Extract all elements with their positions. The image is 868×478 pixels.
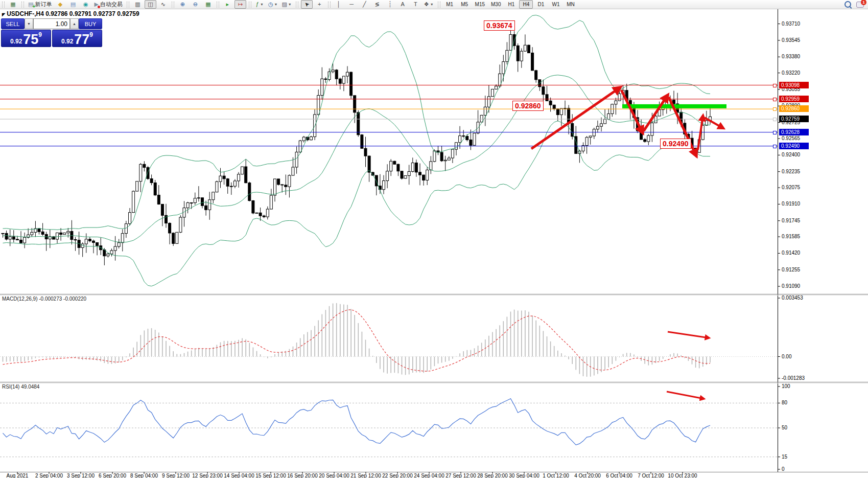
cursor-icon: ➤ (303, 1, 310, 8)
arrows-icon: ❖ (424, 2, 429, 7)
price-axis-tick: 0.91420 (782, 250, 800, 256)
price-annotation[interactable]: 0.92490 (660, 139, 691, 149)
chevron-down-icon: ▼ (260, 3, 264, 6)
price-axis-tick: 0.91745 (782, 218, 800, 223)
macd-indicator-label: MACD(12,26,9) -0.000273 -0.000220 (2, 296, 86, 302)
zoom-in-button[interactable]: ⊕ (177, 0, 189, 9)
new-order-button[interactable]: ▤新订单 (27, 0, 53, 9)
trend-arrow (644, 95, 668, 131)
price-annotation[interactable]: 0.93674 (484, 20, 515, 31)
sell-price-display[interactable]: 0.92759 (1, 30, 51, 47)
bar-chart-button[interactable]: ▥ (132, 0, 144, 9)
time-axis-label: 10 Oct 23:00 (660, 473, 706, 478)
macd-axis-tick: 0.003453 (782, 295, 803, 301)
price-axis-tick: 0.92565 (782, 135, 800, 141)
rsi-indicator-label: RSI(14) 49.0484 (2, 384, 39, 390)
tile-windows-button[interactable]: ▦ (202, 0, 214, 9)
trend-arrow (667, 392, 704, 399)
signals-button[interactable]: ◉ (80, 0, 91, 9)
sell-price-big: 75 (23, 33, 38, 45)
chevron-down-icon: ▼ (430, 3, 434, 6)
auto-scroll-button[interactable]: ▸ (222, 0, 233, 9)
buy-price-sup: 9 (89, 31, 93, 38)
timeframe-m30-button[interactable]: M30 (488, 0, 503, 9)
price-level-label: 0.92860 (779, 105, 809, 112)
chart-canvas[interactable] (0, 0, 868, 478)
auto-trading-label: 自动交易 (100, 1, 123, 8)
auto-trading-icon: ▶ (94, 2, 98, 7)
vertical-line-icon: │ (337, 2, 341, 7)
volume-decrease-button[interactable]: ▼ (25, 18, 33, 29)
fibonacci-icon: ≶ (375, 2, 380, 7)
indicators-button[interactable]: ƒ▼ (254, 0, 266, 9)
search-icon[interactable] (844, 1, 851, 8)
crosshair-button[interactable]: + (314, 0, 325, 9)
toolbar-separator (21, 2, 24, 8)
price-axis-tick: 0.91585 (782, 234, 800, 239)
timeframe-h4-button[interactable]: H4 (519, 0, 533, 9)
signals-icon: ◉ (83, 2, 88, 7)
new-chart-icon: ▦ (10, 2, 15, 7)
zoom-out-button[interactable]: ⊖ (190, 0, 201, 9)
price-levels-layer (0, 85, 778, 146)
fibonacci-button[interactable]: ≶ (371, 0, 383, 9)
horizontal-line-button[interactable]: ─ (346, 0, 358, 9)
text-label-button[interactable]: T (410, 0, 421, 9)
periods-button[interactable]: ◷▼ (267, 0, 279, 9)
bar-chart-icon: ▥ (135, 2, 140, 7)
toolbar-separator (217, 2, 219, 8)
cycle-lines-button[interactable]: ┊ (384, 0, 396, 9)
timeframe-m5-button[interactable]: M5 (458, 0, 472, 9)
rsi-axis-tick: 100 (782, 383, 790, 389)
line-chart-button[interactable]: ∿ (157, 0, 169, 9)
volume-increase-button[interactable]: ▲ (70, 18, 79, 29)
indicators-icon: ƒ (256, 2, 259, 7)
auto-trading-button[interactable]: ▶自动交易 (92, 0, 124, 9)
toolbar-separator (249, 2, 251, 8)
volume-input[interactable] (33, 18, 70, 29)
new-chart-button[interactable]: ▦ (7, 0, 19, 9)
buy-button[interactable]: BUY (79, 18, 102, 29)
notifications-icon[interactable]: 1 (856, 2, 864, 8)
chart-window: ◤USDCHF-,H4 0.92786 0.92791 0.92737 0.92… (0, 9, 868, 478)
trendline-icon: ╱ (363, 2, 366, 7)
price-axis-tick: 0.93710 (782, 21, 800, 27)
trendline-button[interactable]: ╱ (359, 0, 370, 9)
buy-price-display[interactable]: 0.92779 (52, 30, 102, 47)
styler-icon: ◆ (58, 2, 62, 7)
crosshair-icon: + (318, 2, 321, 7)
toolbar-separator (296, 2, 298, 8)
periods-icon: ◷ (268, 2, 273, 7)
cursor-button[interactable]: ➤ (301, 0, 313, 9)
macd-axis-tick: -0.001283 (782, 375, 805, 381)
text-button[interactable]: A (397, 0, 409, 9)
candlestick-chart-button[interactable]: ◫ (145, 0, 156, 9)
price-level-label: 0.93098 (779, 82, 809, 88)
price-annotation[interactable]: 0.92860 (512, 101, 544, 111)
line-chart-icon: ∿ (161, 2, 166, 7)
arrows-button[interactable]: ❖▼ (423, 0, 435, 9)
zoom-in-icon: ⊕ (180, 2, 185, 7)
price-axis-tick: 0.92235 (782, 169, 800, 174)
chart-shift-button[interactable]: ↦ (234, 0, 246, 9)
timeframe-m15-button[interactable]: M15 (473, 0, 487, 9)
chart-windows-button[interactable]: ▤ (67, 0, 79, 9)
toolbar: ▦▤新订单◆▤◉▶自动交易▥◫∿⊕⊖▦▸↦ƒ▼◷▼▨▼➤+│─╱≶┊AT❖▼M1… (0, 0, 868, 9)
styler-button[interactable]: ◆ (54, 0, 66, 9)
sell-price-sup: 9 (38, 31, 42, 38)
sell-button[interactable]: SELL (1, 18, 25, 29)
templates-button[interactable]: ▨▼ (280, 0, 293, 9)
timeframe-w1-button[interactable]: W1 (549, 0, 562, 9)
vertical-line-button[interactable]: │ (333, 0, 345, 9)
buy-price-big: 77 (74, 33, 89, 45)
timeframe-m1-button[interactable]: M1 (443, 0, 457, 9)
toolbar-separator (2, 2, 5, 8)
current-price-label: 0.92759 (779, 116, 809, 122)
chart-symbol-icon: ◤ (2, 12, 5, 17)
sell-price-small: 0.92 (10, 37, 22, 45)
timeframe-d1-button[interactable]: D1 (534, 0, 548, 9)
new-order-icon: ▤ (28, 2, 33, 7)
timeframe-mn-button[interactable]: MN (564, 0, 577, 9)
chevron-down-icon: ▼ (288, 3, 292, 6)
timeframe-h1-button[interactable]: H1 (504, 0, 518, 9)
